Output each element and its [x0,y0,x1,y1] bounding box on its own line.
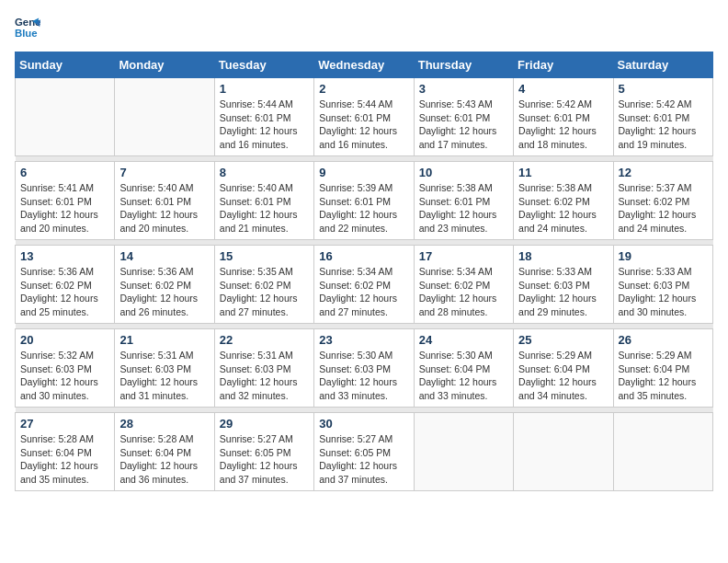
week-row-4: 20Sunrise: 5:32 AMSunset: 6:03 PMDayligh… [16,329,713,408]
calendar-cell: 11Sunrise: 5:38 AMSunset: 6:02 PMDayligh… [514,162,613,240]
day-info: Sunrise: 5:37 AMSunset: 6:02 PMDaylight:… [619,181,708,236]
calendar-cell: 21Sunrise: 5:31 AMSunset: 6:03 PMDayligh… [115,329,214,408]
day-info: Sunrise: 5:43 AMSunset: 6:01 PMDaylight:… [419,98,508,152]
day-info: Sunrise: 5:42 AMSunset: 6:01 PMDaylight:… [518,98,608,152]
svg-text:Blue: Blue [15,28,38,39]
day-info: Sunrise: 5:36 AMSunset: 6:02 PMDaylight:… [119,265,209,319]
week-row-5: 27Sunrise: 5:28 AMSunset: 6:04 PMDayligh… [16,413,713,491]
calendar-cell: 26Sunrise: 5:29 AMSunset: 6:04 PMDayligh… [613,329,712,408]
calendar-cell: 8Sunrise: 5:40 AMSunset: 6:01 PMDaylight… [214,162,313,240]
day-number: 21 [119,333,209,347]
calendar-cell [16,78,115,156]
day-number: 11 [518,166,608,179]
header-cell-monday: Monday [115,52,214,78]
day-info: Sunrise: 5:29 AMSunset: 6:04 PMDaylight:… [619,349,708,403]
day-number: 28 [119,417,209,431]
calendar-cell: 5Sunrise: 5:42 AMSunset: 6:01 PMDaylight… [613,78,712,156]
day-number: 7 [119,166,209,179]
week-row-1: 1Sunrise: 5:44 AMSunset: 6:01 PMDaylight… [16,78,713,156]
day-info: Sunrise: 5:34 AMSunset: 6:02 PMDaylight:… [419,265,508,319]
calendar-cell: 25Sunrise: 5:29 AMSunset: 6:04 PMDayligh… [514,329,613,408]
calendar-cell: 30Sunrise: 5:27 AMSunset: 6:05 PMDayligh… [314,413,414,491]
day-info: Sunrise: 5:27 AMSunset: 6:05 PMDaylight:… [319,432,408,487]
calendar-cell: 18Sunrise: 5:33 AMSunset: 6:03 PMDayligh… [514,246,613,324]
day-info: Sunrise: 5:27 AMSunset: 6:05 PMDaylight:… [220,432,309,487]
day-info: Sunrise: 5:38 AMSunset: 6:01 PMDaylight:… [419,181,508,236]
header-cell-wednesday: Wednesday [314,52,414,78]
calendar-cell: 24Sunrise: 5:30 AMSunset: 6:04 PMDayligh… [414,329,513,408]
header-cell-friday: Friday [514,52,613,78]
calendar-cell: 15Sunrise: 5:35 AMSunset: 6:02 PMDayligh… [214,246,313,324]
calendar-cell: 9Sunrise: 5:39 AMSunset: 6:01 PMDaylight… [314,162,414,240]
day-info: Sunrise: 5:31 AMSunset: 6:03 PMDaylight:… [220,349,309,403]
day-info: Sunrise: 5:40 AMSunset: 6:01 PMDaylight:… [119,181,209,236]
header-cell-tuesday: Tuesday [214,52,313,78]
day-number: 10 [419,166,508,179]
day-number: 29 [220,417,309,431]
header: General Blue [15,15,713,40]
day-number: 3 [419,82,508,96]
day-info: Sunrise: 5:33 AMSunset: 6:03 PMDaylight:… [619,265,708,319]
calendar-cell: 14Sunrise: 5:36 AMSunset: 6:02 PMDayligh… [115,246,214,324]
day-number: 15 [220,249,309,263]
calendar-cell: 3Sunrise: 5:43 AMSunset: 6:01 PMDaylight… [414,78,513,156]
calendar-cell: 23Sunrise: 5:30 AMSunset: 6:03 PMDayligh… [314,329,414,408]
day-info: Sunrise: 5:44 AMSunset: 6:01 PMDaylight:… [220,98,309,152]
week-row-3: 13Sunrise: 5:36 AMSunset: 6:02 PMDayligh… [16,246,713,324]
day-number: 4 [518,82,608,96]
day-number: 14 [119,249,209,263]
day-info: Sunrise: 5:30 AMSunset: 6:03 PMDaylight:… [319,349,408,403]
calendar-cell [514,413,613,491]
day-number: 6 [20,166,109,179]
day-info: Sunrise: 5:32 AMSunset: 6:03 PMDaylight:… [20,349,109,403]
calendar-cell: 27Sunrise: 5:28 AMSunset: 6:04 PMDayligh… [16,413,115,491]
header-row: SundayMondayTuesdayWednesdayThursdayFrid… [16,52,713,78]
calendar-cell: 12Sunrise: 5:37 AMSunset: 6:02 PMDayligh… [613,162,712,240]
day-number: 23 [319,333,408,347]
day-info: Sunrise: 5:33 AMSunset: 6:03 PMDaylight:… [518,265,608,319]
logo-icon: General Blue [15,15,40,40]
day-number: 16 [319,249,408,263]
day-info: Sunrise: 5:44 AMSunset: 6:01 PMDaylight:… [319,98,408,152]
calendar-cell [414,413,513,491]
day-number: 13 [20,249,109,263]
day-info: Sunrise: 5:42 AMSunset: 6:01 PMDaylight:… [619,98,708,152]
logo: General Blue [15,15,44,40]
day-number: 22 [220,333,309,347]
calendar-cell: 28Sunrise: 5:28 AMSunset: 6:04 PMDayligh… [115,413,214,491]
day-number: 19 [619,249,708,263]
day-info: Sunrise: 5:41 AMSunset: 6:01 PMDaylight:… [20,181,109,236]
calendar-cell: 29Sunrise: 5:27 AMSunset: 6:05 PMDayligh… [214,413,313,491]
week-row-2: 6Sunrise: 5:41 AMSunset: 6:01 PMDaylight… [16,162,713,240]
header-cell-saturday: Saturday [613,52,712,78]
day-info: Sunrise: 5:35 AMSunset: 6:02 PMDaylight:… [220,265,309,319]
day-number: 8 [220,166,309,179]
day-number: 20 [20,333,109,347]
calendar-cell: 19Sunrise: 5:33 AMSunset: 6:03 PMDayligh… [613,246,712,324]
header-cell-sunday: Sunday [16,52,115,78]
calendar-cell: 2Sunrise: 5:44 AMSunset: 6:01 PMDaylight… [314,78,414,156]
day-number: 5 [619,82,708,96]
calendar-cell [613,413,712,491]
day-number: 12 [619,166,708,179]
calendar-cell: 22Sunrise: 5:31 AMSunset: 6:03 PMDayligh… [214,329,313,408]
day-info: Sunrise: 5:30 AMSunset: 6:04 PMDaylight:… [419,349,508,403]
calendar-cell: 1Sunrise: 5:44 AMSunset: 6:01 PMDaylight… [214,78,313,156]
day-number: 1 [220,82,309,96]
day-info: Sunrise: 5:38 AMSunset: 6:02 PMDaylight:… [518,181,608,236]
calendar-cell: 16Sunrise: 5:34 AMSunset: 6:02 PMDayligh… [314,246,414,324]
calendar-cell: 7Sunrise: 5:40 AMSunset: 6:01 PMDaylight… [115,162,214,240]
day-info: Sunrise: 5:34 AMSunset: 6:02 PMDaylight:… [319,265,408,319]
calendar-cell: 6Sunrise: 5:41 AMSunset: 6:01 PMDaylight… [16,162,115,240]
day-info: Sunrise: 5:39 AMSunset: 6:01 PMDaylight:… [319,181,408,236]
day-info: Sunrise: 5:28 AMSunset: 6:04 PMDaylight:… [20,432,109,487]
calendar-cell: 17Sunrise: 5:34 AMSunset: 6:02 PMDayligh… [414,246,513,324]
calendar-cell [115,78,214,156]
calendar-cell: 4Sunrise: 5:42 AMSunset: 6:01 PMDaylight… [514,78,613,156]
day-info: Sunrise: 5:28 AMSunset: 6:04 PMDaylight:… [119,432,209,487]
calendar-cell: 20Sunrise: 5:32 AMSunset: 6:03 PMDayligh… [16,329,115,408]
day-number: 2 [319,82,408,96]
header-cell-thursday: Thursday [414,52,513,78]
day-number: 25 [518,333,608,347]
day-number: 26 [619,333,708,347]
